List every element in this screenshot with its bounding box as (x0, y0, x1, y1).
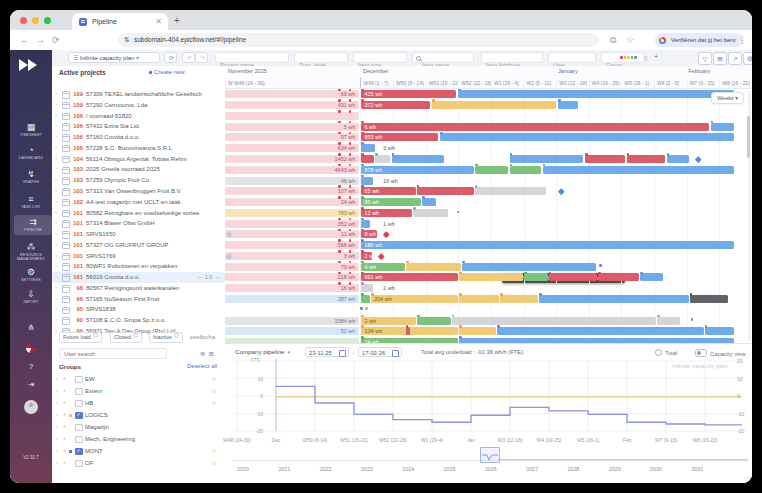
chevron-right-icon[interactable]: › (56, 399, 58, 405)
chevron-right-icon[interactable]: › (56, 375, 58, 381)
filter-icon[interactable]: ▽ (698, 52, 712, 65)
expand-chevron-icon[interactable]: › (55, 165, 57, 171)
expand-chevron-icon[interactable]: › (55, 273, 57, 279)
color-dots-filter[interactable] (620, 56, 637, 59)
task-bar[interactable] (524, 273, 547, 281)
task-bar[interactable]: 65 wh (361, 187, 415, 195)
task-bar[interactable] (510, 155, 584, 163)
project-row[interactable]: › 101 80WP1 Robotiseren en verpakken (52, 261, 225, 272)
task-bar[interactable] (598, 273, 639, 281)
group-checkbox[interactable] (75, 448, 83, 456)
task-bar[interactable] (585, 155, 625, 163)
expand-chevron-icon[interactable]: › (55, 219, 57, 225)
star-icon[interactable]: ☆ (212, 399, 217, 406)
group-row-extern[interactable]: › + Extern ☆ (52, 386, 225, 397)
task-bar[interactable]: 372 wh (361, 101, 430, 109)
task-bar[interactable]: 853 wh (361, 133, 437, 141)
task-bar[interactable] (462, 263, 596, 271)
group-row-magazijn[interactable]: › + Magazijn (52, 422, 225, 433)
backlog-bar[interactable]: 634 wh (225, 144, 359, 152)
add-icon[interactable]: + (63, 447, 66, 453)
group-row-logics[interactable]: › + LOGICS (52, 410, 225, 421)
project-row[interactable]: › 102 AA test magazijn met UCLT en taak (52, 197, 225, 208)
org-chart-icon[interactable]: ⋔ (10, 323, 52, 332)
task-bar[interactable] (417, 317, 450, 325)
project-row[interactable]: › 103 57313 Van Ossenbruggen Fruit B.V. (52, 186, 225, 197)
group-checkbox[interactable] (75, 412, 83, 420)
add-icon[interactable]: + (63, 423, 66, 429)
task-bar[interactable] (459, 327, 496, 335)
browser-menu-icon[interactable]: ⋮ (738, 33, 747, 47)
redo-button[interactable]: ↷ (195, 52, 208, 63)
project-row[interactable]: › 106 57228 S.C. Bucovineanca S.R.L (52, 143, 225, 154)
expand-chevron-icon[interactable]: › (55, 295, 57, 301)
share-icon[interactable]: ⧉ (610, 33, 616, 47)
task-bar[interactable] (361, 220, 369, 228)
group-row-mech-engineering[interactable]: › + Mech. Engineering (52, 434, 225, 445)
gantt-scrollbar[interactable] (748, 90, 751, 340)
star-icon[interactable]: ☆ (212, 387, 217, 394)
add-icon[interactable]: + (63, 435, 66, 441)
deselect-all-link[interactable]: Deselect all (187, 363, 217, 369)
sidebar-item-import[interactable]: ⇩ IMPORT (10, 287, 52, 307)
zoom-level-dropdown[interactable]: Weeks ▾ (711, 92, 744, 104)
trash-icon[interactable]: ▯ (644, 54, 648, 62)
task-bar[interactable] (657, 317, 680, 325)
task-bar[interactable] (440, 133, 734, 141)
expand-icon[interactable]: ↗ (728, 52, 742, 65)
epicflow-logo-icon[interactable] (19, 58, 43, 72)
language-flag-icon[interactable] (10, 343, 52, 355)
filter-item-type-input[interactable]: Item type (353, 52, 407, 63)
sidebar-item-task-list[interactable]: ≡ TASK LIST (10, 192, 52, 212)
star-icon[interactable]: ☆ (212, 459, 217, 466)
task-bar[interactable] (361, 295, 369, 303)
task-bar[interactable] (640, 273, 663, 281)
marker-icon[interactable] (457, 211, 460, 214)
expand-chevron-icon[interactable]: › (55, 112, 57, 118)
date-to-input[interactable]: 17-02-26 (358, 347, 402, 357)
task-bar[interactable] (711, 123, 734, 131)
task-bar[interactable] (375, 155, 390, 163)
project-row[interactable]: › 101 57314 Blaser Obst GmbH (52, 218, 225, 229)
expand-chevron-icon[interactable]: › (55, 209, 57, 215)
backlog-bar[interactable]: 107 wh (225, 187, 359, 195)
task-bar[interactable]: 4 wh (361, 263, 405, 271)
browser-tab[interactable]: Pipeline ✕ (72, 13, 168, 30)
backlog-bar[interactable]: 352 wh (225, 220, 359, 228)
group-checkbox[interactable] (75, 400, 83, 408)
total-radio[interactable]: Total (655, 349, 677, 356)
sidebar-item-dashboard[interactable]: ◔ DASHBOARD (10, 143, 52, 163)
chevron-right-icon[interactable]: › (56, 411, 58, 417)
create-new-link[interactable]: Create new (149, 69, 185, 75)
project-row[interactable]: › 104 56114 Obstgut Argental, Tobias Reh… (52, 154, 225, 165)
task-bar[interactable] (543, 166, 734, 174)
task-bar[interactable] (510, 166, 542, 174)
task-bar[interactable] (406, 263, 461, 271)
sidebar-item-pipeline[interactable]: ⇉ PIPELINE (14, 215, 52, 235)
task-bar[interactable] (475, 166, 508, 174)
minimize-window-button[interactable] (32, 17, 39, 24)
expand-chevron-icon[interactable]: › (55, 101, 57, 107)
task-bar[interactable] (361, 144, 375, 152)
marker-icon[interactable] (691, 318, 694, 321)
project-row[interactable]: › 106 57160 Crovita d.o.o. (52, 132, 225, 143)
forward-icon[interactable]: → (36, 33, 45, 47)
filter-project-name-input[interactable]: Project name (215, 52, 289, 63)
backlog-bar[interactable]: 5 wh (225, 123, 359, 131)
backlog-bar[interactable]: 52 wh (225, 327, 359, 335)
project-row[interactable]: › 101 80582 Reinigbare en voedselveilige… (52, 208, 225, 219)
star-icon[interactable]: ☆ (212, 447, 217, 454)
expand-chevron-icon[interactable]: › (55, 90, 57, 96)
expand-chevron-icon[interactable]: › (55, 252, 57, 258)
task-bar[interactable] (475, 187, 547, 195)
task-bar[interactable] (432, 101, 556, 109)
backlog-bar[interactable]: 431 wh (225, 101, 359, 109)
backlog-bar[interactable]: 287 wh (225, 295, 359, 303)
task-bar[interactable] (413, 209, 448, 217)
task-bar[interactable]: 691 wh (361, 273, 457, 281)
task-bar[interactable]: 8 wh (361, 230, 377, 238)
date-from-input[interactable]: 23-11-25 (305, 347, 349, 357)
project-row[interactable]: › 109 57309 TEXEL landwirtschaftliche Ge… (52, 89, 225, 100)
pipeline-selector-dropdown[interactable]: Company pipeline (235, 348, 290, 355)
plan-selector-dropdown[interactable]: ☰ Infinite capacity plan ▾ (68, 52, 160, 63)
